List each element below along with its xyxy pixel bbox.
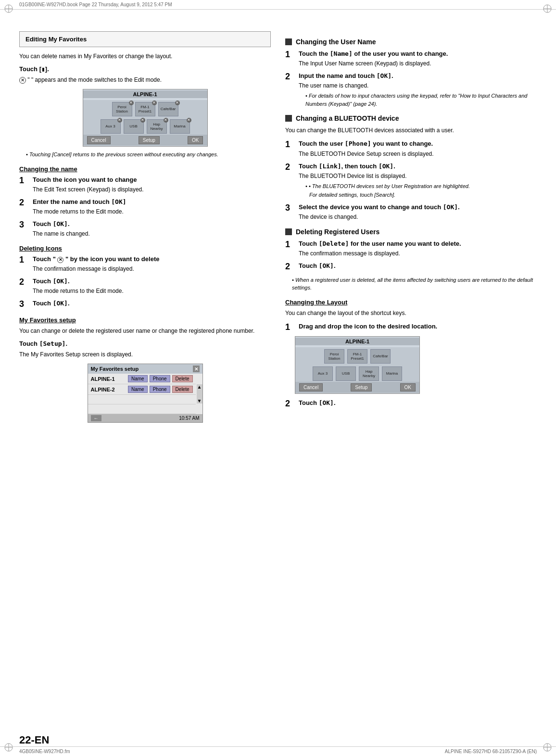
corner-mark-tr — [543, 4, 552, 13]
bt-sub-bullet-2: For detailed settings, touch [Search]. — [309, 191, 537, 199]
screenshot-buttons: Cancel Setup OK — [83, 135, 207, 146]
changing-layout-heading: Changing the Layout — [285, 299, 537, 306]
edit-mode-screenshot: ALPINE-1 ✕ Peroi Station ✕ FM-1 Preset1 … — [83, 89, 208, 147]
bt-step-1: 1 Touch the user [Phone] you want to cha… — [285, 139, 537, 158]
setup-row-0: ALPINE-1 Name Phone Delete — [88, 374, 196, 384]
layout-icon-1: FM-1 Preset1 — [347, 349, 367, 364]
icon-cell-5: ✕ Hap Nearby — [147, 119, 167, 134]
changing-bluetooth-title: Changing a BLUETOOTH device — [296, 114, 399, 122]
layout-cancel-btn: Cancel — [299, 383, 323, 391]
scroll-bar: ▲ ▼ — [197, 384, 202, 403]
name-btn-1[interactable]: Name — [128, 386, 148, 393]
editing-favorites-intro: You can delete names in My Favorites or … — [19, 52, 271, 61]
back-button[interactable]: ← — [91, 415, 101, 421]
setup-title: My Favorites setup — [91, 366, 139, 372]
delete-icon-step-3: 3 Touch [OK]. — [19, 299, 271, 310]
footer-right: ALPINE INE-S927HD 68-21057Z90-A (EN) — [445, 749, 537, 754]
x-circle-inline: ✕ — [57, 257, 63, 263]
icon-cell-4: ✕ USB — [124, 119, 144, 134]
setup-row-empty-2 — [88, 404, 196, 414]
close-icon: ✕ — [193, 365, 200, 372]
touch-edit-instruction: Touch [▮]. — [19, 65, 271, 73]
cancel-btn: Cancel — [87, 136, 111, 144]
delete-btn-0[interactable]: Delete — [172, 375, 193, 382]
change-name-step-1: 1 Touch the icon you want to change The … — [19, 176, 271, 194]
layout-icon-3: Aux 3 — [313, 366, 333, 381]
layout-screenshot: ALPINE-1 Peroi Station FM-1 Preset1 Cafe… — [295, 336, 420, 394]
delete-btn-1[interactable]: Delete — [172, 386, 193, 393]
screenshot-title: ALPINE-1 — [83, 90, 207, 98]
setup-footer: ← 10:57 AM — [88, 414, 202, 422]
x-mark-icon: ✕ — [175, 101, 180, 105]
x-mark-icon: ✕ — [152, 101, 157, 105]
layout-row2: Aux 3 USB Hap Nearby Marina — [295, 365, 419, 382]
setup-screenshot: My Favorites setup ✕ ALPINE-1 Name Phone… — [88, 364, 203, 423]
cancel-note: Touching [Cancel] returns to the previou… — [26, 151, 271, 159]
touch-setup-desc: The My Favorites Setup screen is display… — [19, 350, 271, 359]
change-name-step-3: 3 Touch [OK]. The name is changed. — [19, 220, 271, 238]
editing-favorites-title: Editing My Favorites — [25, 36, 265, 43]
layout-icon-0: Peroi Station — [324, 349, 344, 364]
my-favorites-setup-heading: My Favorites setup — [19, 316, 271, 324]
deleting-registered-section: Deleting Registered Users — [285, 228, 537, 236]
deleting-registered-title: Deleting Registered Users — [296, 228, 379, 236]
layout-icon-5: Hap Nearby — [359, 366, 379, 381]
layout-icon-6: Marina — [382, 366, 402, 381]
my-favorites-setup-intro: You can change or delete the registered … — [19, 327, 271, 335]
layout-icon-2: Cafe/Bar — [370, 349, 391, 364]
user-name-step-2: 2 Input the name and touch [OK]. The use… — [285, 72, 537, 108]
changing-name-heading: Changing the name — [19, 165, 271, 173]
layout-step-1: 1 Drag and drop the icon to the desired … — [285, 322, 537, 333]
user-name-step-1: 1 Touch the [Name] of the user you want … — [285, 50, 537, 68]
x-mark-icon: ✕ — [129, 101, 134, 105]
editing-favorites-section: Editing My Favorites — [19, 31, 271, 47]
setup-row-1: ALPINE-2 Name Phone Delete — [88, 384, 196, 395]
bt-sub-bullet-1: • The BLUETOOTH devices set by User Regi… — [305, 182, 537, 190]
layout-screenshot-title: ALPINE-1 — [295, 338, 419, 345]
delete-user-note: When a registered user is deleted, all t… — [292, 276, 537, 292]
x-mark-icon: ✕ — [187, 118, 191, 123]
changing-user-name-title: Changing the User Name — [296, 38, 376, 46]
x-mark-icon: ✕ — [140, 118, 145, 123]
changing-bluetooth-section: Changing a BLUETOOTH device — [285, 114, 537, 122]
changing-layout-intro: You can change the layout of the shortcu… — [285, 309, 537, 317]
corner-mark-tl — [4, 4, 13, 13]
time-display: 10:57 AM — [179, 416, 199, 421]
x-circle-icon: ✕ — [19, 77, 26, 84]
screenshot-row1: ✕ Peroi Station ✕ FM-1 Preset1 ✕ Cafe/Ba… — [83, 100, 207, 118]
layout-buttons: Cancel Setup OK — [295, 382, 419, 393]
page-number: 22-EN — [19, 734, 49, 746]
phone-btn-1[interactable]: Phone — [150, 386, 170, 393]
changing-user-name-section: Changing the User Name — [285, 38, 537, 46]
change-name-step-2: 2 Enter the name and touch [OK] The mode… — [19, 198, 271, 216]
icon-cell-1: ✕ FM-1 Preset1 — [135, 102, 155, 116]
bt-step-2: 2 Touch [Link], then touch [OK]. The BLU… — [285, 162, 537, 199]
left-column: Editing My Favorites You can delete name… — [19, 31, 271, 427]
phone-btn-0[interactable]: Phone — [150, 375, 170, 382]
touch-edit-note: ✕ " " appears and the mode switches to t… — [19, 76, 271, 84]
square-bullet-icon — [285, 228, 292, 235]
layout-step-2: 2 Touch [OK]. — [285, 399, 537, 409]
setup-header: My Favorites setup ✕ — [88, 364, 202, 374]
ok-btn: OK — [188, 136, 203, 144]
delete-icon-step-1: 1 Touch " ✕ " by the icon you want to de… — [19, 255, 271, 273]
deleting-icons-heading: Deleting Icons — [19, 245, 271, 252]
del-user-step-1: 1 Touch [Delete] for the user name you w… — [285, 239, 537, 258]
icon-cell-6: ✕ Marina — [170, 119, 190, 134]
name-btn-0[interactable]: Name — [128, 375, 148, 382]
icon-cell-3: ✕ Aux 3 — [101, 119, 121, 134]
del-user-step-2: 2 Touch [OK]. — [285, 262, 537, 272]
layout-ok-btn: OK — [400, 383, 416, 391]
x-mark-icon: ✕ — [164, 118, 168, 123]
bt-step-3: 3 Select the device you want to change a… — [285, 203, 537, 221]
delete-icon-step-2: 2 Touch [OK]. The mode returns to the Ed… — [19, 277, 271, 295]
layout-setup-btn: Setup — [351, 383, 372, 391]
layout-icon-4: USB — [336, 366, 356, 381]
setup-row-empty-1 — [88, 395, 196, 404]
keypad-note: For details of how to input characters u… — [305, 92, 537, 108]
icon-cell-0: ✕ Peroi Station — [112, 102, 132, 116]
right-column: Changing the User Name 1 Touch the [Name… — [285, 31, 537, 427]
x-mark-icon: ✕ — [117, 118, 122, 123]
screenshot-row2: ✕ Aux 3 ✕ USB ✕ Hap Nearby ✕ Marina — [83, 118, 207, 135]
footer-bar: 4GB05INE-W927HD.fm ALPINE INE-S927HD 68-… — [0, 746, 556, 756]
